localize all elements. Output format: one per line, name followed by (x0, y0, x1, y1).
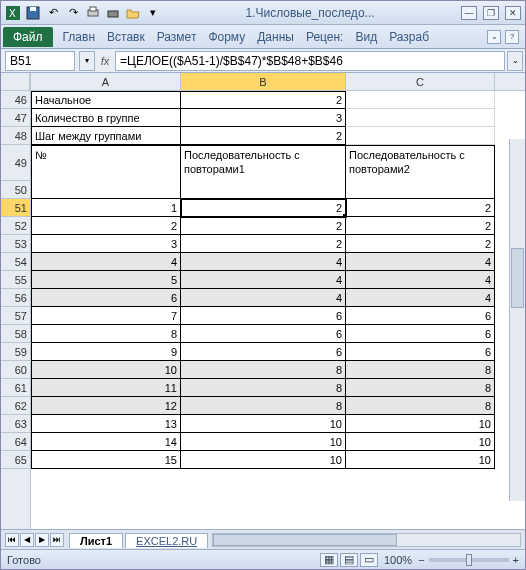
table-row[interactable]: 6 (31, 289, 181, 307)
row-header[interactable]: 46 (1, 91, 30, 109)
cell[interactable]: 3 (181, 109, 346, 127)
table-row[interactable]: 4 (31, 253, 181, 271)
row-header[interactable]: 65 (1, 451, 30, 469)
cell[interactable]: 2 (346, 217, 495, 235)
cell[interactable] (31, 181, 181, 199)
name-box-dropdown-icon[interactable]: ▾ (79, 51, 95, 71)
row-header[interactable]: 63 (1, 415, 30, 433)
tab-nav-last-icon[interactable]: ⏭ (50, 533, 64, 547)
table-row[interactable]: 9 (31, 343, 181, 361)
qat-dropdown-icon[interactable]: ▾ (145, 5, 161, 21)
table-row[interactable]: 15 (31, 451, 181, 469)
col-header-B[interactable]: B (181, 73, 346, 90)
ribbon-tab-layout[interactable]: Размет (151, 27, 203, 47)
cell[interactable]: 8 (346, 397, 495, 415)
formula-expand-icon[interactable]: ⌄ (507, 51, 523, 71)
save-icon[interactable] (25, 5, 41, 21)
cell[interactable]: 6 (346, 307, 495, 325)
row-header[interactable]: 50 (1, 181, 30, 199)
select-all-corner[interactable] (1, 73, 30, 91)
cell[interactable]: 4 (346, 271, 495, 289)
cell[interactable]: 2 (346, 235, 495, 253)
cell[interactable] (346, 181, 495, 199)
table-row[interactable]: 12 (31, 397, 181, 415)
row-header[interactable]: 62 (1, 397, 30, 415)
cell[interactable] (346, 91, 495, 109)
cell[interactable]: 10 (181, 451, 346, 469)
table-row[interactable]: 3 (31, 235, 181, 253)
ribbon-tab-data[interactable]: Данны (251, 27, 300, 47)
col-header-A[interactable]: A (31, 73, 181, 90)
cell[interactable]: 4 (346, 289, 495, 307)
cell[interactable]: 2 (181, 217, 346, 235)
cell[interactable]: 8 (346, 361, 495, 379)
tab-nav-first-icon[interactable]: ⏮ (5, 533, 19, 547)
zoom-slider[interactable] (429, 558, 509, 562)
cell[interactable] (346, 109, 495, 127)
cell[interactable]: 2 (346, 199, 495, 217)
cell[interactable]: 6 (346, 343, 495, 361)
row-header[interactable]: 59 (1, 343, 30, 361)
cell[interactable]: 4 (346, 253, 495, 271)
cell[interactable]: 4 (181, 289, 346, 307)
table-row[interactable]: 13 (31, 415, 181, 433)
formula-input[interactable]: =ЦЕЛОЕ(($A51-1)/$B$47)*$B$48+$B$46 (115, 51, 505, 71)
row-header[interactable]: 58 (1, 325, 30, 343)
cell-label[interactable]: Начальное (31, 91, 181, 109)
cell[interactable]: 8 (181, 379, 346, 397)
name-box[interactable]: B51 (5, 51, 75, 71)
undo-icon[interactable]: ↶ (45, 5, 61, 21)
table-row[interactable]: 14 (31, 433, 181, 451)
row-header[interactable]: 54 (1, 253, 30, 271)
tab-nav-prev-icon[interactable]: ◀ (20, 533, 34, 547)
cell[interactable]: 8 (181, 397, 346, 415)
cell[interactable]: 10 (181, 433, 346, 451)
cell[interactable] (181, 181, 346, 199)
file-tab[interactable]: Файл (3, 27, 53, 47)
cell-label[interactable]: Количество в группе (31, 109, 181, 127)
cell[interactable]: 6 (181, 325, 346, 343)
row-header[interactable]: 56 (1, 289, 30, 307)
table-row[interactable]: 1 (31, 199, 181, 217)
print-preview-icon[interactable] (85, 5, 101, 21)
cell[interactable]: 2 (181, 235, 346, 253)
ribbon-tab-review[interactable]: Рецен: (300, 27, 350, 47)
sheet-tab-link[interactable]: EXCEL2.RU (125, 533, 208, 548)
zoom-in-button[interactable]: + (513, 554, 519, 566)
table-row[interactable]: 7 (31, 307, 181, 325)
cell[interactable]: 8 (346, 379, 495, 397)
cell[interactable] (346, 127, 495, 145)
table-row[interactable]: 8 (31, 325, 181, 343)
cell[interactable]: 10 (346, 451, 495, 469)
table-row[interactable]: 10 (31, 361, 181, 379)
row-header[interactable]: 55 (1, 271, 30, 289)
cell[interactable]: 10 (346, 433, 495, 451)
cell[interactable]: 2 (181, 199, 346, 217)
row-header[interactable]: 48 (1, 127, 30, 145)
fx-button[interactable]: fx (95, 55, 115, 67)
row-header[interactable]: 64 (1, 433, 30, 451)
cell[interactable]: 6 (181, 343, 346, 361)
row-header[interactable]: 51 (1, 199, 30, 217)
redo-icon[interactable]: ↷ (65, 5, 81, 21)
cell[interactable]: 4 (181, 271, 346, 289)
open-icon[interactable] (125, 5, 141, 21)
tab-nav-next-icon[interactable]: ▶ (35, 533, 49, 547)
cell[interactable]: 6 (346, 325, 495, 343)
ribbon-tab-formulas[interactable]: Форму (202, 27, 251, 47)
cell-label[interactable]: Шаг между группами (31, 127, 181, 145)
ribbon-tab-insert[interactable]: Вставк (101, 27, 151, 47)
row-header[interactable]: 49 (1, 145, 30, 181)
ribbon-tab-home[interactable]: Главн (57, 27, 102, 47)
row-header[interactable]: 52 (1, 217, 30, 235)
ribbon-collapse-icon[interactable]: ⌄ (487, 30, 501, 44)
help-icon[interactable]: ? (505, 30, 519, 44)
row-header[interactable]: 61 (1, 379, 30, 397)
zoom-out-button[interactable]: − (418, 554, 424, 566)
row-header[interactable]: 47 (1, 109, 30, 127)
close-button[interactable]: ✕ (505, 6, 521, 20)
cell[interactable]: 8 (181, 361, 346, 379)
sheet-tab-active[interactable]: Лист1 (69, 533, 123, 548)
cell[interactable]: 2 (181, 91, 346, 109)
col-header-C[interactable]: C (346, 73, 495, 90)
